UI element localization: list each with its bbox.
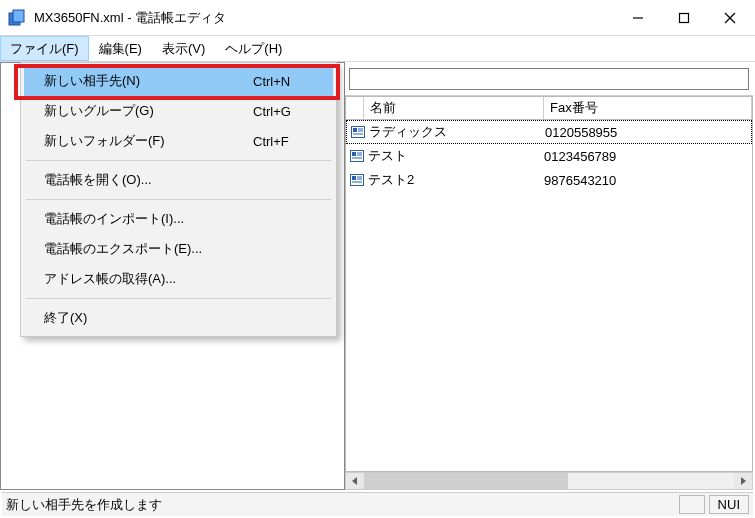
title-bar: MX3650FN.xml - 電話帳エディタ	[0, 0, 755, 36]
svg-marker-21	[352, 477, 357, 485]
svg-rect-7	[353, 128, 357, 132]
status-cell-empty	[679, 495, 705, 514]
menu-item-label: 電話帳を開く(O)...	[44, 171, 313, 189]
scroll-thumb[interactable]	[364, 473, 568, 489]
contact-icon	[348, 150, 366, 162]
window-title: MX3650FN.xml - 電話帳エディタ	[34, 9, 615, 27]
menu-open-phonebook[interactable]: 電話帳を開く(O)...	[24, 165, 333, 195]
file-dropdown: 新しい相手先(N) Ctrl+N 新しいグループ(G) Ctrl+G 新しいフォ…	[20, 62, 337, 337]
list-item-fax: 0120558955	[545, 125, 749, 140]
list-pane: 名前 Fax番号 ラディックス 0120558955 テスト 012345678…	[345, 62, 753, 490]
svg-rect-3	[680, 13, 689, 22]
menu-file[interactable]: ファイル(F)	[0, 36, 89, 61]
menu-new-contact[interactable]: 新しい相手先(N) Ctrl+N	[24, 66, 333, 96]
menu-item-label: 電話帳のエクスポート(E)...	[44, 240, 313, 258]
list-header: 名前 Fax番号	[345, 96, 753, 120]
menu-item-shortcut: Ctrl+G	[253, 104, 313, 119]
list-item-name: ラディックス	[367, 123, 545, 141]
column-name[interactable]: 名前	[364, 97, 544, 119]
status-bar: 新しい相手先を作成します NUI	[2, 492, 753, 516]
menu-item-label: アドレス帳の取得(A)...	[44, 270, 313, 288]
menu-help[interactable]: ヘルプ(H)	[215, 36, 292, 61]
column-fax[interactable]: Fax番号	[544, 97, 752, 119]
list-item[interactable]: ラディックス 0120558955	[346, 120, 752, 144]
horizontal-scrollbar[interactable]	[345, 472, 753, 490]
scroll-right-icon[interactable]	[734, 473, 752, 489]
scroll-left-icon[interactable]	[346, 473, 364, 489]
list-item-name: テスト	[366, 147, 544, 165]
contact-icon	[348, 174, 366, 186]
menu-item-shortcut: Ctrl+F	[253, 134, 313, 149]
svg-rect-17	[352, 176, 356, 180]
close-button[interactable]	[707, 3, 753, 33]
svg-marker-22	[741, 477, 746, 485]
column-icon[interactable]	[346, 97, 364, 119]
minimize-button[interactable]	[615, 3, 661, 33]
menu-view[interactable]: 表示(V)	[152, 36, 215, 61]
menu-item-label: 新しいグループ(G)	[44, 102, 253, 120]
menu-separator	[26, 199, 331, 200]
maximize-button[interactable]	[661, 3, 707, 33]
menu-exit[interactable]: 終了(X)	[24, 303, 333, 333]
app-icon	[8, 9, 26, 27]
filter-input[interactable]	[349, 68, 749, 90]
scroll-track[interactable]	[364, 473, 734, 489]
contact-list[interactable]: ラディックス 0120558955 テスト 0123456789 テスト2 98…	[345, 120, 753, 472]
menu-import-phonebook[interactable]: 電話帳のインポート(I)...	[24, 204, 333, 234]
menu-separator	[26, 298, 331, 299]
list-item-name: テスト2	[366, 171, 544, 189]
menu-export-phonebook[interactable]: 電話帳のエクスポート(E)...	[24, 234, 333, 264]
menu-item-label: 電話帳のインポート(I)...	[44, 210, 313, 228]
list-item-fax: 0123456789	[544, 149, 750, 164]
menu-separator	[26, 160, 331, 161]
menu-new-folder[interactable]: 新しいフォルダー(F) Ctrl+F	[24, 126, 333, 156]
list-item[interactable]: テスト 0123456789	[346, 144, 752, 168]
contact-icon	[349, 126, 367, 138]
menu-edit[interactable]: 編集(E)	[89, 36, 152, 61]
menu-item-label: 新しいフォルダー(F)	[44, 132, 253, 150]
menu-get-addressbook[interactable]: アドレス帳の取得(A)...	[24, 264, 333, 294]
status-message: 新しい相手先を作成します	[6, 496, 675, 514]
list-item-fax: 9876543210	[544, 173, 750, 188]
menu-item-shortcut: Ctrl+N	[253, 74, 313, 89]
menu-new-group[interactable]: 新しいグループ(G) Ctrl+G	[24, 96, 333, 126]
menu-item-label: 新しい相手先(N)	[44, 72, 253, 90]
svg-rect-12	[352, 152, 356, 156]
list-item[interactable]: テスト2 9876543210	[346, 168, 752, 192]
svg-rect-1	[13, 10, 24, 22]
filter-row	[345, 62, 753, 96]
menu-bar: ファイル(F) 編集(E) 表示(V) ヘルプ(H)	[0, 36, 755, 62]
status-cell-cap: NUI	[709, 495, 749, 514]
menu-item-label: 終了(X)	[44, 309, 313, 327]
